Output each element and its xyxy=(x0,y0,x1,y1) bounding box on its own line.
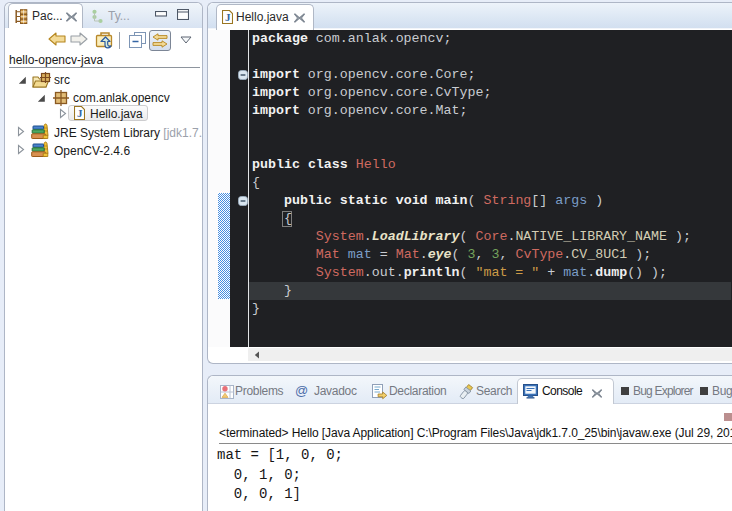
svg-text:J: J xyxy=(77,107,83,119)
svg-text:J: J xyxy=(225,11,231,23)
